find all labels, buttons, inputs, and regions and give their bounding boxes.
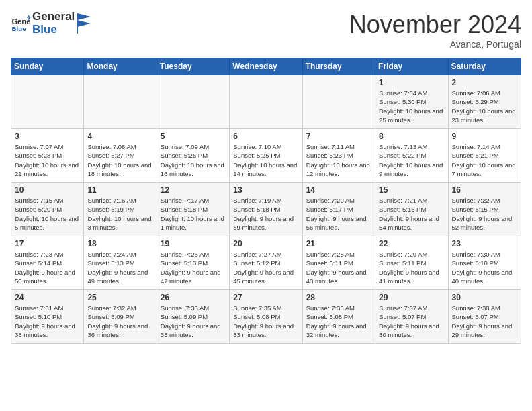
day-info: Sunrise: 7:20 AM Sunset: 5:17 PM Dayligh…	[306, 196, 371, 232]
day-info: Sunrise: 7:38 AM Sunset: 5:07 PM Dayligh…	[452, 304, 517, 339]
day-info: Sunrise: 7:13 AM Sunset: 5:22 PM Dayligh…	[379, 142, 444, 178]
day-info: Sunrise: 7:22 AM Sunset: 5:15 PM Dayligh…	[452, 196, 517, 232]
calendar-cell: 27Sunrise: 7:35 AM Sunset: 5:08 PM Dayli…	[230, 290, 302, 344]
day-number: 12	[161, 185, 226, 195]
logo-blue: Blue	[32, 24, 75, 36]
day-info: Sunrise: 7:07 AM Sunset: 5:28 PM Dayligh…	[15, 142, 80, 178]
day-info: Sunrise: 7:21 AM Sunset: 5:16 PM Dayligh…	[379, 196, 444, 232]
day-number: 26	[161, 293, 226, 302]
calendar-cell: 28Sunrise: 7:36 AM Sunset: 5:08 PM Dayli…	[302, 290, 375, 344]
calendar-cell: 13Sunrise: 7:19 AM Sunset: 5:18 PM Dayli…	[230, 183, 302, 236]
svg-marker-4	[77, 13, 91, 20]
logo-general: General	[32, 11, 75, 24]
day-info: Sunrise: 7:19 AM Sunset: 5:18 PM Dayligh…	[233, 196, 298, 232]
day-number: 30	[452, 293, 517, 302]
calendar-cell: 25Sunrise: 7:32 AM Sunset: 5:09 PM Dayli…	[84, 290, 157, 344]
calendar-week-4: 17Sunrise: 7:23 AM Sunset: 5:14 PM Dayli…	[11, 236, 521, 290]
calendar-header-row: SundayMondayTuesdayWednesdayThursdayFrid…	[11, 58, 521, 75]
day-number: 7	[306, 132, 371, 141]
calendar-cell: 6Sunrise: 7:10 AM Sunset: 5:25 PM Daylig…	[230, 129, 302, 183]
day-info: Sunrise: 7:23 AM Sunset: 5:14 PM Dayligh…	[15, 250, 80, 285]
calendar-cell: 16Sunrise: 7:22 AM Sunset: 5:15 PM Dayli…	[448, 183, 521, 236]
calendar-cell: 12Sunrise: 7:17 AM Sunset: 5:18 PM Dayli…	[157, 183, 229, 236]
calendar-cell: 17Sunrise: 7:23 AM Sunset: 5:14 PM Dayli…	[11, 236, 84, 290]
calendar-cell: 10Sunrise: 7:15 AM Sunset: 5:20 PM Dayli…	[11, 183, 84, 236]
weekday-header-wednesday: Wednesday	[230, 58, 302, 75]
day-info: Sunrise: 7:26 AM Sunset: 5:13 PM Dayligh…	[161, 250, 226, 285]
day-number: 10	[15, 185, 80, 195]
day-number: 6	[233, 132, 298, 141]
day-info: Sunrise: 7:14 AM Sunset: 5:21 PM Dayligh…	[452, 142, 517, 178]
location: Avanca, Portugal	[349, 39, 521, 50]
weekday-header-tuesday: Tuesday	[157, 58, 229, 75]
calendar-cell: 20Sunrise: 7:27 AM Sunset: 5:12 PM Dayli…	[230, 236, 302, 290]
day-info: Sunrise: 7:35 AM Sunset: 5:08 PM Dayligh…	[233, 304, 298, 339]
calendar-cell: 26Sunrise: 7:33 AM Sunset: 5:09 PM Dayli…	[157, 290, 229, 344]
day-info: Sunrise: 7:06 AM Sunset: 5:29 PM Dayligh…	[452, 89, 517, 124]
page-header: General Blue General Blue November 2024 …	[11, 11, 521, 50]
calendar-cell: 30Sunrise: 7:38 AM Sunset: 5:07 PM Dayli…	[448, 290, 521, 344]
calendar-cell: 8Sunrise: 7:13 AM Sunset: 5:22 PM Daylig…	[375, 129, 448, 183]
weekday-header-friday: Friday	[375, 58, 448, 75]
calendar-cell: 29Sunrise: 7:37 AM Sunset: 5:07 PM Dayli…	[375, 290, 448, 344]
day-info: Sunrise: 7:30 AM Sunset: 5:10 PM Dayligh…	[452, 250, 517, 285]
calendar-cell	[11, 75, 84, 129]
day-number: 22	[379, 239, 444, 248]
weekday-header-monday: Monday	[84, 58, 157, 75]
day-info: Sunrise: 7:11 AM Sunset: 5:23 PM Dayligh…	[306, 142, 371, 178]
weekday-header-thursday: Thursday	[302, 58, 375, 75]
svg-marker-5	[77, 20, 91, 27]
day-info: Sunrise: 7:10 AM Sunset: 5:25 PM Dayligh…	[233, 142, 298, 178]
day-number: 25	[87, 293, 152, 302]
day-info: Sunrise: 7:29 AM Sunset: 5:11 PM Dayligh…	[379, 250, 444, 285]
day-info: Sunrise: 7:31 AM Sunset: 5:10 PM Dayligh…	[15, 304, 80, 339]
day-number: 29	[379, 293, 444, 302]
calendar-week-3: 10Sunrise: 7:15 AM Sunset: 5:20 PM Dayli…	[11, 183, 521, 236]
day-number: 13	[233, 185, 298, 195]
calendar-cell: 19Sunrise: 7:26 AM Sunset: 5:13 PM Dayli…	[157, 236, 229, 290]
calendar-cell	[84, 75, 157, 129]
day-number: 17	[15, 239, 80, 248]
day-number: 21	[306, 239, 371, 248]
day-number: 24	[15, 293, 80, 302]
logo-flag-icon	[77, 13, 91, 34]
calendar-cell: 15Sunrise: 7:21 AM Sunset: 5:16 PM Dayli…	[375, 183, 448, 236]
day-number: 27	[233, 293, 298, 302]
day-number: 23	[452, 239, 517, 248]
logo: General Blue General Blue	[11, 11, 91, 36]
day-number: 19	[161, 239, 226, 248]
calendar-cell: 5Sunrise: 7:09 AM Sunset: 5:26 PM Daylig…	[157, 129, 229, 183]
day-number: 18	[87, 239, 152, 248]
calendar-cell: 9Sunrise: 7:14 AM Sunset: 5:21 PM Daylig…	[448, 129, 521, 183]
calendar-week-1: 1Sunrise: 7:04 AM Sunset: 5:30 PM Daylig…	[11, 75, 521, 129]
svg-text:Blue: Blue	[11, 25, 26, 32]
weekday-header-sunday: Sunday	[11, 58, 84, 75]
svg-marker-2	[27, 15, 30, 17]
day-number: 3	[15, 132, 80, 141]
day-info: Sunrise: 7:24 AM Sunset: 5:13 PM Dayligh…	[87, 250, 152, 285]
calendar-cell	[302, 75, 375, 129]
day-info: Sunrise: 7:04 AM Sunset: 5:30 PM Dayligh…	[379, 89, 444, 124]
calendar-cell: 3Sunrise: 7:07 AM Sunset: 5:28 PM Daylig…	[11, 129, 84, 183]
calendar-cell	[157, 75, 229, 129]
day-number: 9	[452, 132, 517, 141]
day-info: Sunrise: 7:17 AM Sunset: 5:18 PM Dayligh…	[161, 196, 226, 232]
calendar-cell: 14Sunrise: 7:20 AM Sunset: 5:17 PM Dayli…	[302, 183, 375, 236]
day-info: Sunrise: 7:16 AM Sunset: 5:19 PM Dayligh…	[87, 196, 152, 232]
calendar-cell: 24Sunrise: 7:31 AM Sunset: 5:10 PM Dayli…	[11, 290, 84, 344]
day-info: Sunrise: 7:08 AM Sunset: 5:27 PM Dayligh…	[87, 142, 152, 178]
day-info: Sunrise: 7:27 AM Sunset: 5:12 PM Dayligh…	[233, 250, 298, 285]
day-info: Sunrise: 7:15 AM Sunset: 5:20 PM Dayligh…	[15, 196, 80, 232]
day-info: Sunrise: 7:33 AM Sunset: 5:09 PM Dayligh…	[161, 304, 226, 339]
day-number: 16	[452, 185, 517, 195]
day-number: 1	[379, 78, 444, 87]
calendar-cell	[230, 75, 302, 129]
day-number: 15	[379, 185, 444, 195]
day-number: 28	[306, 293, 371, 302]
calendar-cell: 2Sunrise: 7:06 AM Sunset: 5:29 PM Daylig…	[448, 75, 521, 129]
calendar-cell: 18Sunrise: 7:24 AM Sunset: 5:13 PM Dayli…	[84, 236, 157, 290]
day-number: 8	[379, 132, 444, 141]
calendar-cell: 1Sunrise: 7:04 AM Sunset: 5:30 PM Daylig…	[375, 75, 448, 129]
calendar-cell: 22Sunrise: 7:29 AM Sunset: 5:11 PM Dayli…	[375, 236, 448, 290]
day-number: 11	[87, 185, 152, 195]
